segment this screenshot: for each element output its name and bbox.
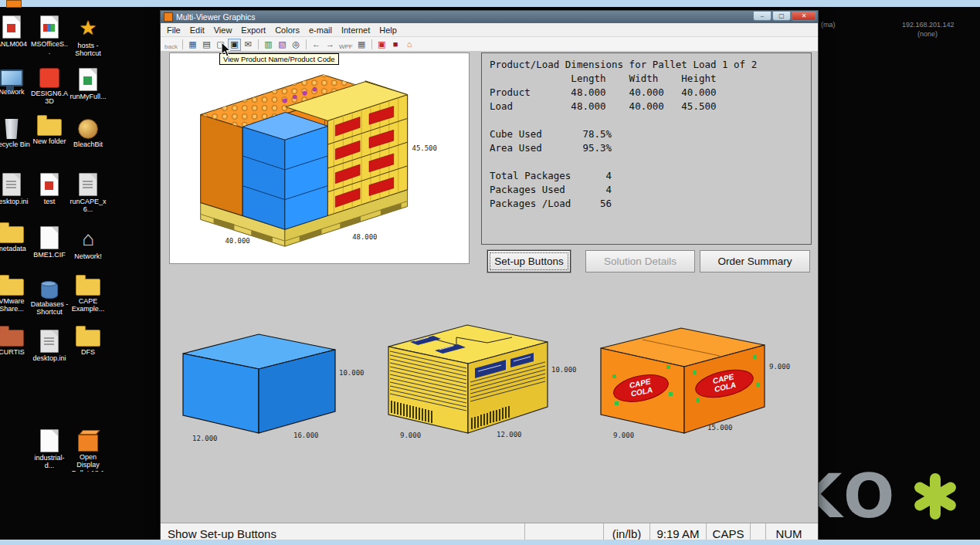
desktop-icon-metadata[interactable]: metadata <box>0 226 31 252</box>
menu-edit[interactable]: Edit <box>185 25 209 36</box>
multi-viewer-window: Multi-Viewer Graphics – ▢ ✕ File Edit Vi… <box>160 10 819 545</box>
order-summary-button[interactable]: Order Summary <box>700 250 810 272</box>
menu-help[interactable]: Help <box>375 25 402 36</box>
dimension-label: 12.000 <box>192 435 218 442</box>
dimension-label: 16.000 <box>293 432 319 439</box>
document-icon <box>40 226 59 249</box>
desktop-icon-vmware-share[interactable]: VMware Share... <box>0 279 31 313</box>
dimension-label: 15.000 <box>707 424 733 432</box>
desktop-icon-hosts-shortcut[interactable]: ★ hosts - Shortcut <box>69 15 107 58</box>
desktop-icon-open-display-pallet[interactable]: Open Display Pallet 18.1 <box>69 429 107 472</box>
desktop-icon-new-folder[interactable]: New folder <box>30 119 69 145</box>
desktop-icon-anlm004[interactable]: ANLM004 <box>0 15 31 48</box>
document-icon <box>40 15 59 39</box>
desktop-icon-label: test <box>30 198 69 205</box>
desktop-icon-desktop-ini-1[interactable]: desktop.ini <box>0 173 31 205</box>
maximize-button[interactable]: ▢ <box>772 11 791 21</box>
menu-email[interactable]: e-mail <box>304 25 337 36</box>
desktop-icon-runmyfull[interactable]: runMyFull... <box>69 68 107 100</box>
document-icon <box>79 68 97 91</box>
close-button[interactable]: ✕ <box>792 11 816 21</box>
back-button[interactable]: back <box>163 38 179 52</box>
next-load-icon[interactable]: → <box>324 39 337 51</box>
home-icon[interactable]: ⌂ <box>403 39 416 51</box>
window-titlebar[interactable]: Multi-Viewer Graphics – ▢ ✕ <box>161 11 818 23</box>
desktop-icon-label: DESIGN6.A3D <box>30 90 69 106</box>
folder-icon <box>0 226 24 243</box>
chart-view-icon[interactable]: ▧ <box>276 39 289 51</box>
desktop-icon-label: desktop.ini <box>0 198 31 205</box>
desktop-icon-recycle-bin[interactable]: Recycle Bin <box>0 119 31 148</box>
zoom-icon[interactable]: ◎ <box>290 39 303 51</box>
desktop-icon-bme1-cif[interactable]: BME1.CIF <box>30 226 69 259</box>
desktop-icon-desktop-ini-2[interactable]: desktop.ini <box>30 330 69 362</box>
desktop-icon-design6-a3d[interactable]: DESIGN6.A3D <box>30 68 69 106</box>
minimize-button[interactable]: – <box>753 11 771 21</box>
desktop-icon-runcape-x6[interactable]: runCAPE_x6... <box>69 173 107 214</box>
solution-details-button[interactable]: Solution Details <box>585 250 695 272</box>
desktop-icon-network-home[interactable]: ⌂ Network! <box>69 226 107 260</box>
desktop-icon-label: metadata <box>0 245 31 252</box>
taskbar-strip-bottom <box>0 540 980 545</box>
pallet-load-drawing: 40.000 48.000 45.500 <box>170 53 467 262</box>
desktop-icon-databases-shortcut[interactable]: Databases - Shortcut <box>30 279 69 317</box>
brand-logo: KO <box>795 466 960 526</box>
desktop-icon-label: New folder <box>30 137 69 145</box>
pallet-view-icon[interactable]: ▣ <box>375 39 388 51</box>
document-icon <box>40 173 59 196</box>
app-icon <box>39 68 59 88</box>
tooltip: View Product Name/Product Code <box>219 53 339 65</box>
toolbar-separator[interactable] <box>258 39 259 49</box>
prev-load-icon[interactable]: ← <box>310 39 323 51</box>
cube-icon <box>78 435 98 452</box>
dimension-label: 12.000 <box>497 431 522 438</box>
desktop-icon-curtis[interactable]: CURTIS <box>0 330 31 356</box>
desktop-icon-label: desktop.ini <box>30 354 69 362</box>
product-load-info-text: Product/Load Dimensions for Pallet Load … <box>490 58 803 211</box>
asterisk-icon <box>910 472 960 521</box>
desktop-icon-label: runMyFull... <box>69 93 107 100</box>
truck-view-icon[interactable]: ■ <box>389 39 402 51</box>
desktop-icon-label: BME1.CIF <box>30 251 69 259</box>
menu-colors[interactable]: Colors <box>270 25 304 36</box>
desktop-overlay-text: (ma) <box>821 21 836 29</box>
setup-buttons-button[interactable]: Set-up Buttons <box>487 250 571 272</box>
image-view-icon[interactable]: ▥ <box>262 39 275 51</box>
menu-file[interactable]: File <box>162 25 185 36</box>
toolbar-separator[interactable] <box>371 39 372 49</box>
taskbar-app-icon[interactable] <box>6 0 22 8</box>
toolbar-separator[interactable] <box>182 39 183 49</box>
window-title: Multi-Viewer Graphics <box>176 12 753 22</box>
save-icon[interactable]: ▦ <box>186 39 199 51</box>
database-icon <box>41 282 58 299</box>
wpf-label[interactable]: WPF <box>337 38 354 52</box>
menu-export[interactable]: Export <box>236 25 270 36</box>
desktop-overlay-text: 192.168.201.142 <box>902 21 955 29</box>
desktop-icon-label: hosts - Shortcut <box>69 42 107 58</box>
desktop-icon-test[interactable]: test <box>30 173 69 205</box>
menu-internet[interactable]: Internet <box>337 25 375 36</box>
star-icon: ★ <box>69 15 107 40</box>
desktop-icon-msoffices[interactable]: MSOfficeS... <box>30 15 69 56</box>
folder-icon <box>0 330 24 347</box>
menu-bar: File Edit View Export Colors e-mail Inte… <box>161 23 818 37</box>
report-grid-icon[interactable]: ▦ <box>355 39 368 51</box>
menu-view[interactable]: View <box>209 25 237 36</box>
desktop-icon-cape-example[interactable]: CAPE Example... <box>69 279 107 313</box>
desktop-icon-label: VMware Share... <box>0 297 31 313</box>
main-content: 40.000 48.000 45.500 Product/Load Dimens… <box>161 51 818 525</box>
desktop-icon-bleachbit[interactable]: BleachBit <box>69 119 107 148</box>
screen: ANLM004 MSOfficeS... ★ hosts - Shortcut <box>0 0 980 545</box>
desktop-icon-label: BleachBit <box>69 140 107 148</box>
print-icon[interactable]: ▤ <box>200 39 213 51</box>
dimension-label: 9.000 <box>769 363 790 371</box>
desktop-icon-label: runCAPE_x6... <box>69 198 107 214</box>
desktop-icon-network[interactable]: Network <box>0 68 31 96</box>
window-controls: – ▢ ✕ <box>753 11 816 21</box>
dimension-label: 10.000 <box>339 369 365 377</box>
desktop-icon-dfs[interactable]: DFS <box>69 330 107 356</box>
desktop-icon-industrial-d[interactable]: industrial-d... <box>30 429 69 470</box>
email-icon[interactable]: ✉ <box>242 39 255 51</box>
toolbar-separator[interactable] <box>306 39 307 49</box>
document-icon <box>40 330 59 353</box>
